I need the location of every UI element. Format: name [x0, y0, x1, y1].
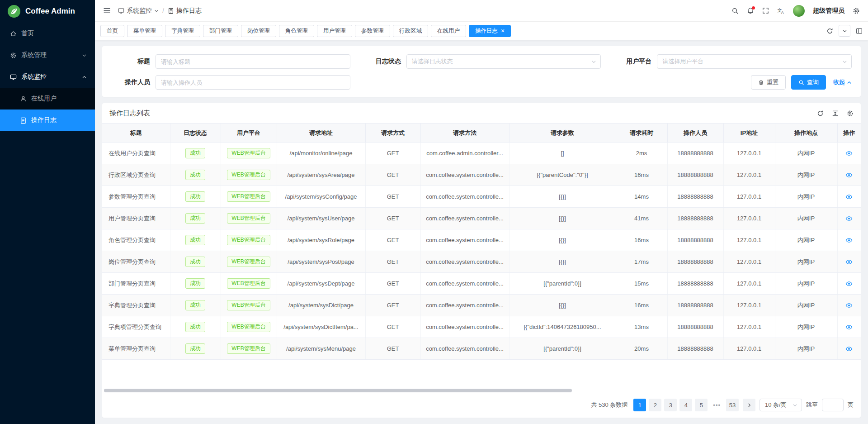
column-header-title: 标题: [102, 124, 170, 143]
cell-title: 用户管理分页查询: [102, 208, 170, 229]
view-detail-eye-icon[interactable]: [845, 302, 853, 309]
layout-icon[interactable]: [856, 28, 863, 34]
refresh-icon[interactable]: [826, 28, 833, 34]
cell-params: [{}]: [509, 229, 616, 251]
jump-label: 跳至: [806, 401, 818, 409]
cell-handler: com.coffee.system.controlle...: [420, 295, 509, 316]
pagination-pages: 12345•••53: [633, 399, 739, 411]
view-detail-eye-icon[interactable]: [845, 345, 853, 353]
tab-item[interactable]: 部门管理: [203, 25, 238, 37]
log-status-select[interactable]: 请选择日志状态: [406, 54, 601, 69]
cell-params: [{"parentId":0}]: [509, 273, 616, 295]
sidebar-item-label: 系统监控: [21, 73, 47, 81]
page-button[interactable]: 3: [664, 399, 677, 411]
tab-label: 用户管理: [323, 27, 346, 35]
cell-ip: 127.0.0.1: [723, 186, 775, 208]
tab-item[interactable]: 角色管理: [279, 25, 314, 37]
cell-method: GET: [365, 186, 420, 208]
search-icon[interactable]: [731, 7, 739, 14]
page-button[interactable]: 2: [649, 399, 661, 411]
operator-input[interactable]: [156, 75, 350, 90]
page-button[interactable]: 53: [726, 399, 739, 411]
notification-badge: [752, 6, 755, 10]
view-detail-eye-icon[interactable]: [845, 237, 853, 244]
tab-item[interactable]: 首页: [100, 25, 124, 37]
cell-location: 内网IP: [775, 208, 837, 229]
next-page-button[interactable]: [743, 399, 755, 411]
tab-label: 首页: [107, 27, 118, 35]
page-size-select[interactable]: 10 条/页: [760, 399, 802, 411]
cell-method: GET: [365, 338, 420, 360]
bell-icon[interactable]: [747, 7, 754, 14]
app-logo[interactable]: Coffee Admin: [0, 0, 95, 23]
view-detail-eye-icon[interactable]: [845, 324, 853, 331]
view-detail-eye-icon[interactable]: [845, 258, 853, 266]
collapse-toggle[interactable]: 收起: [833, 78, 852, 86]
breadcrumb-separator: /: [162, 7, 164, 14]
status-tag: 成功: [185, 191, 205, 202]
user-platform-select[interactable]: 请选择用户平台: [657, 54, 852, 69]
view-detail-eye-icon[interactable]: [845, 280, 853, 287]
log-status-label: 日志状态: [362, 57, 401, 66]
breadcrumb: 系统监控 / 操作日志: [118, 7, 202, 15]
tab-options-dropdown[interactable]: [839, 25, 850, 37]
sidebar-item-home[interactable]: 首页: [0, 23, 95, 44]
cell-status: 成功: [170, 273, 221, 295]
refresh-icon[interactable]: [817, 110, 824, 117]
cell-method: GET: [365, 143, 420, 164]
tab-item[interactable]: 在线用户: [431, 25, 466, 37]
chevron-up-icon: [82, 75, 87, 80]
horizontal-scrollbar[interactable]: [104, 388, 859, 393]
page-button[interactable]: 1: [633, 399, 646, 411]
tab-item[interactable]: 参数管理: [355, 25, 390, 37]
username[interactable]: 超级管理员: [813, 7, 844, 15]
scrollbar-thumb[interactable]: [104, 389, 572, 392]
tab-item[interactable]: 字典管理: [165, 25, 200, 37]
sidebar-item-system-monitor[interactable]: 系统监控: [0, 66, 95, 88]
table-row: 字典管理分页查询成功WEB管理后台/api/system/sysDict/pag…: [102, 295, 861, 316]
avatar[interactable]: [793, 5, 805, 17]
sidebar-item-label: 在线用户: [31, 95, 57, 103]
cell-handler: com.coffee.system.controlle...: [420, 273, 509, 295]
cell-handler: com.coffee.system.controlle...: [420, 338, 509, 360]
tab-item[interactable]: 行政区域: [393, 25, 428, 37]
sidebar-item-online-users[interactable]: 在线用户: [0, 88, 95, 110]
sidebar-item-operation-log[interactable]: 操作日志: [0, 110, 95, 131]
column-settings-gear-icon[interactable]: [847, 110, 854, 117]
translate-icon[interactable]: 文A: [777, 7, 785, 14]
cell-ip: 127.0.0.1: [723, 229, 775, 251]
cell-method: GET: [365, 273, 420, 295]
cell-platform: WEB管理后台: [221, 316, 277, 338]
tab-item[interactable]: 操作日志×: [469, 25, 511, 37]
sidebar-item-system-management[interactable]: 系统管理: [0, 44, 95, 66]
tab-item[interactable]: 用户管理: [317, 25, 352, 37]
density-icon[interactable]: [832, 110, 839, 117]
view-detail-eye-icon[interactable]: [845, 193, 853, 200]
pagination-ellipsis[interactable]: •••: [710, 399, 723, 411]
cell-url: /api/system/sysDict/page: [277, 295, 365, 316]
title-input[interactable]: [156, 54, 350, 69]
tab-item[interactable]: 菜单管理: [127, 25, 162, 37]
reset-button[interactable]: 重置: [751, 75, 786, 90]
view-detail-eye-icon[interactable]: [845, 172, 853, 179]
platform-tag: WEB管理后台: [227, 191, 270, 202]
fullscreen-icon[interactable]: [762, 7, 769, 14]
cell-action: [837, 208, 861, 229]
jump-page-input[interactable]: [822, 399, 844, 411]
view-detail-eye-icon[interactable]: [845, 150, 853, 157]
page-button[interactable]: 5: [695, 399, 708, 411]
cell-platform: WEB管理后台: [221, 143, 277, 164]
cell-operator: 18888888888: [667, 295, 723, 316]
breadcrumb-item-system-monitor[interactable]: 系统监控: [118, 7, 159, 15]
page-button[interactable]: 4: [679, 399, 692, 411]
search-button[interactable]: 查询: [791, 75, 826, 90]
settings-gear-icon[interactable]: [853, 7, 860, 14]
view-detail-eye-icon[interactable]: [845, 215, 853, 222]
tab-item[interactable]: 岗位管理: [241, 25, 276, 37]
topbar-actions: 文A 超级管理员: [731, 5, 860, 17]
chevron-up-icon: [847, 80, 852, 85]
table-row: 在线用户分页查询成功WEB管理后台/api/monitor/online/pag…: [102, 143, 861, 164]
close-icon[interactable]: ×: [501, 28, 505, 34]
cell-title: 行政区域分页查询: [102, 164, 170, 186]
sidebar-collapse-icon[interactable]: [103, 7, 111, 14]
